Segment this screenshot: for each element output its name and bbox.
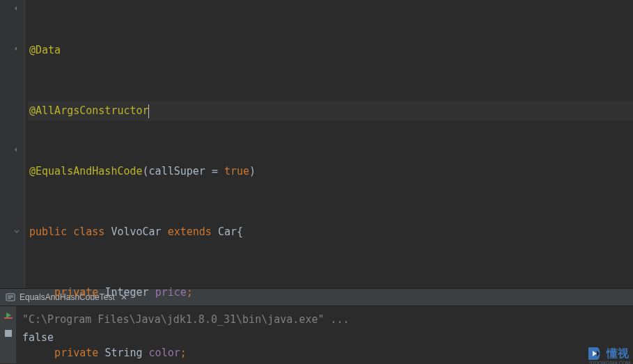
editor-gutter	[0, 0, 25, 288]
fold-icon[interactable]	[13, 4, 21, 13]
watermark: 懂视 51DONGSHI.COM	[586, 345, 629, 363]
fold-icon[interactable]	[13, 45, 21, 53]
code-editor[interactable]: @Data @AllArgsConstructor @EqualsAndHash…	[0, 0, 633, 288]
watermark-text: 懂视	[607, 347, 629, 361]
console-toolbar	[0, 306, 17, 363]
code-line: private Integer price;	[28, 283, 633, 303]
code-line: private String color;	[28, 343, 633, 363]
watermark-subtext: 51DONGSHI.COM	[589, 361, 630, 364]
code-line: @AllArgsConstructor	[28, 101, 633, 121]
svg-rect-2	[5, 330, 12, 337]
code-line: @EqualsAndHashCode(callSuper = true)	[28, 161, 633, 182]
rerun-icon[interactable]	[2, 309, 15, 322]
run-config-icon	[6, 292, 15, 302]
fold-icon[interactable]	[13, 145, 21, 154]
stop-icon[interactable]	[2, 327, 15, 340]
code-content[interactable]: @Data @AllArgsConstructor @EqualsAndHash…	[25, 0, 633, 288]
code-line: public class VolvoCar extends Car{	[28, 222, 633, 242]
fold-close-icon[interactable]	[13, 226, 21, 235]
svg-rect-1	[4, 317, 13, 319]
code-line: @Data	[28, 40, 633, 61]
